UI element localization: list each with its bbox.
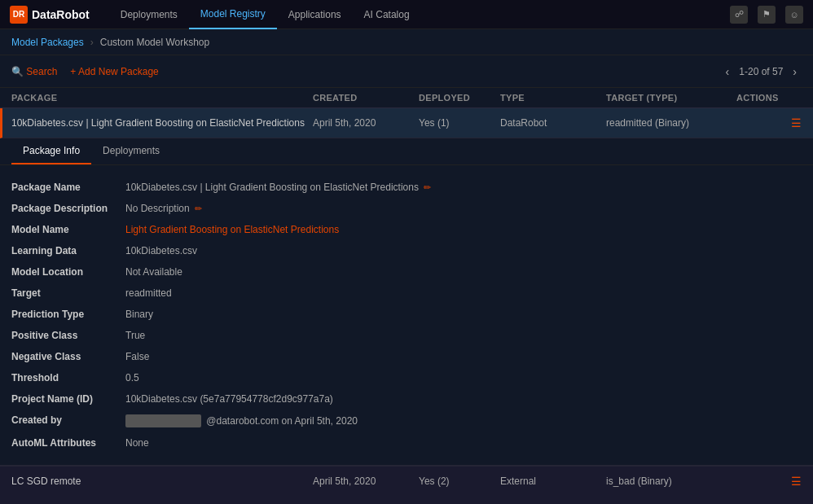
breadcrumb: Model Packages › Custom Model Workshop: [0, 29, 813, 55]
user-icon[interactable]: ☺: [785, 6, 803, 24]
label-target: Target: [11, 287, 125, 299]
value-created-by: @datarobot.com on April 5th, 2020: [125, 414, 358, 427]
logo-icon: DR: [10, 6, 28, 24]
bell-icon[interactable]: ☍: [730, 6, 748, 24]
page-prev-button[interactable]: ‹: [721, 64, 735, 80]
value-package-name: 10kDiabetes.csv | Light Gradient Boostin…: [125, 182, 431, 193]
label-project-name: Project Name (ID): [11, 393, 125, 405]
row-1-menu-icon[interactable]: ☰: [791, 116, 802, 129]
value-negative-class: False: [125, 351, 149, 362]
edit-description-icon[interactable]: ✏: [195, 204, 202, 214]
edit-package-name-icon[interactable]: ✏: [424, 182, 431, 193]
info-row-package-name: Package Name 10kDiabetes.csv | Light Gra…: [11, 177, 802, 198]
table-row[interactable]: 10kDiabetes.csv | Light Gradient Boostin…: [0, 108, 813, 138]
created-by-blurred: [125, 414, 201, 427]
label-prediction-type: Prediction Type: [11, 309, 125, 320]
row-1-actions: ☰: [736, 116, 802, 129]
row-1-name: 10kDiabetes.csv | Light Gradient Boostin…: [11, 117, 313, 129]
add-new-package-button[interactable]: + Add New Package: [70, 66, 158, 77]
col-deployed: Deployed: [419, 93, 500, 103]
row-2-deployed: Yes (2): [419, 476, 500, 487]
info-row-automl-attributes: AutoML Attributes None: [11, 432, 802, 454]
info-row-threshold: Threshold 0.5: [11, 367, 802, 388]
nav-applications[interactable]: Applications: [277, 0, 353, 29]
col-actions: Actions: [736, 93, 802, 103]
breadcrumb-separator: ›: [90, 37, 94, 48]
row-2-name: LC SGD remote: [11, 476, 313, 487]
toolbar-left: 🔍 Search + Add New Package: [11, 66, 159, 77]
label-package-description: Package Description: [11, 203, 125, 214]
value-project-name: 10kDiabetes.csv (5e7a77954778cf2d9c977a7…: [125, 393, 333, 405]
page-next-button[interactable]: ›: [788, 64, 802, 80]
tab-deployments[interactable]: Deployments: [91, 138, 171, 164]
toolbar-right: ‹ 1-20 of 57 ›: [721, 64, 802, 80]
tabs-bar: Package Info Deployments: [0, 138, 813, 165]
label-package-name: Package Name: [11, 182, 125, 193]
table-row-2[interactable]: LC SGD remote April 5th, 2020 Yes (2) Ex…: [0, 466, 813, 496]
row-1-target: readmitted (Binary): [606, 117, 736, 129]
value-package-description: No Description ✏: [125, 203, 202, 214]
breadcrumb-custom-model-workshop: Custom Model Workshop: [100, 37, 210, 48]
nav-deployments[interactable]: Deployments: [109, 0, 189, 29]
label-created-by: Created by: [11, 414, 125, 426]
logo-text: DataRobot: [32, 8, 90, 21]
row-2-created: April 5th, 2020: [313, 476, 419, 487]
row-2-actions: ☰: [736, 475, 802, 488]
logo: DR DataRobot: [10, 6, 90, 24]
toolbar: 🔍 Search + Add New Package ‹ 1-20 of 57 …: [0, 55, 813, 88]
info-row-prediction-type: Prediction Type Binary: [11, 304, 802, 325]
nav-model-registry[interactable]: Model Registry: [189, 0, 277, 29]
label-negative-class: Negative Class: [11, 351, 125, 362]
info-row-positive-class: Positive Class True: [11, 325, 802, 346]
row-1-created: April 5th, 2020: [313, 117, 419, 129]
value-model-name[interactable]: Light Gradient Boosting on ElasticNet Pr…: [125, 224, 339, 235]
value-automl-attributes: None: [125, 437, 149, 449]
value-prediction-type: Binary: [125, 309, 153, 320]
col-type: Type: [500, 93, 606, 103]
table-header: Package Created Deployed Type Target (Ty…: [0, 88, 813, 108]
label-automl-attributes: AutoML Attributes: [11, 437, 125, 449]
value-learning-data: 10kDiabetes.csv: [125, 245, 197, 256]
info-row-project-name: Project Name (ID) 10kDiabetes.csv (5e7a7…: [11, 388, 802, 410]
label-positive-class: Positive Class: [11, 330, 125, 341]
label-model-location: Model Location: [11, 266, 125, 278]
info-row-model-location: Model Location Not Available: [11, 261, 802, 283]
row-2-target: is_bad (Binary): [606, 476, 736, 487]
value-threshold: 0.5: [125, 372, 139, 383]
nav-items: Deployments Model Registry Applications …: [109, 0, 730, 29]
info-row-target: Target readmitted: [11, 283, 802, 304]
flag-icon[interactable]: ⚑: [758, 6, 776, 24]
label-threshold: Threshold: [11, 372, 125, 383]
label-learning-data: Learning Data: [11, 245, 125, 256]
search-button[interactable]: 🔍 Search: [11, 66, 57, 77]
package-description-text: No Description: [125, 203, 190, 214]
label-model-name: Model Name: [11, 224, 125, 235]
breadcrumb-model-packages[interactable]: Model Packages: [11, 37, 84, 48]
value-model-location: Not Available: [125, 266, 182, 278]
info-row-package-description: Package Description No Description ✏: [11, 198, 802, 219]
info-row-learning-data: Learning Data 10kDiabetes.csv: [11, 240, 802, 261]
row-1-deployed: Yes (1): [419, 117, 500, 129]
info-row-created-by: Created by @datarobot.com on April 5th, …: [11, 410, 802, 432]
created-by-suffix: @datarobot.com on April 5th, 2020: [206, 415, 358, 427]
value-positive-class: True: [125, 330, 145, 341]
row-1-type: DataRobot: [500, 117, 606, 129]
info-row-negative-class: Negative Class False: [11, 346, 802, 367]
col-package: Package: [11, 93, 313, 103]
page-info: 1-20 of 57: [739, 66, 783, 77]
value-target: readmitted: [125, 287, 172, 299]
package-name-text: 10kDiabetes.csv | Light Gradient Boostin…: [125, 182, 419, 193]
col-created: Created: [313, 93, 419, 103]
col-target: Target (Type): [606, 93, 736, 103]
tab-package-info[interactable]: Package Info: [11, 138, 91, 164]
row-2-type: External: [500, 476, 606, 487]
top-nav: DR DataRobot Deployments Model Registry …: [0, 0, 813, 29]
info-row-model-name: Model Name Light Gradient Boosting on El…: [11, 219, 802, 240]
package-info-content: Package Name 10kDiabetes.csv | Light Gra…: [0, 165, 813, 465]
nav-right: ☍ ⚑ ☺: [730, 6, 803, 24]
nav-ai-catalog[interactable]: AI Catalog: [353, 0, 421, 29]
row-2-menu-icon[interactable]: ☰: [791, 475, 802, 488]
